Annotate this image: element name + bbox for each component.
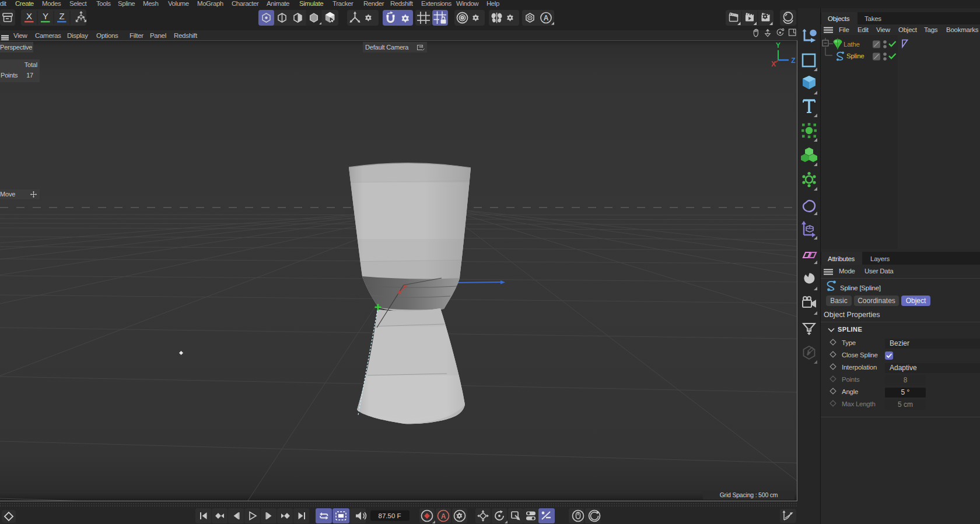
svg-text:Y: Y — [43, 11, 48, 21]
svg-text:X: X — [771, 60, 776, 68]
svg-text:Y: Y — [776, 41, 780, 50]
svg-text:A: A — [441, 512, 446, 521]
svg-text:87.50 F: 87.50 F — [379, 512, 401, 519]
svg-text:Z: Z — [59, 11, 64, 21]
svg-text:A: A — [544, 14, 549, 22]
svg-text:X: X — [26, 11, 32, 21]
svg-text:Z: Z — [791, 57, 795, 65]
